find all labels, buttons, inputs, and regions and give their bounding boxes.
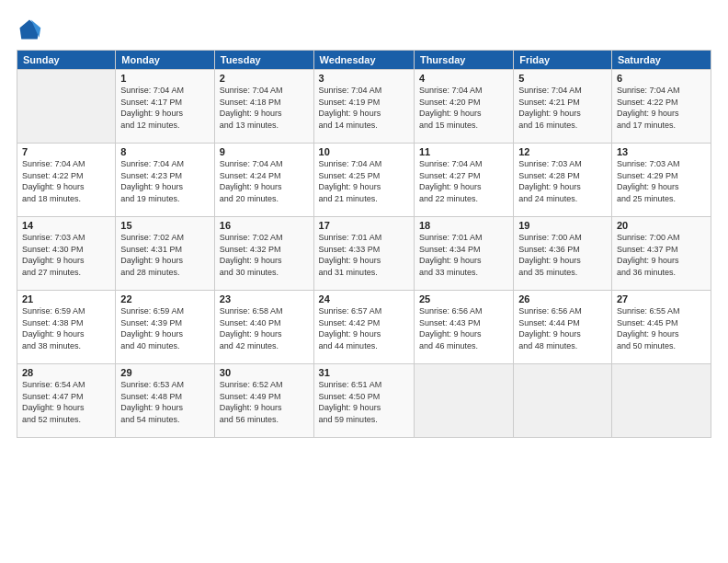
calendar-cell: 29Sunrise: 6:53 AMSunset: 4:48 PMDayligh… [116, 364, 215, 438]
calendar-cell: 23Sunrise: 6:58 AMSunset: 4:40 PMDayligh… [214, 291, 313, 364]
week-row-0: 1Sunrise: 7:04 AMSunset: 4:17 PMDaylight… [17, 70, 711, 144]
day-info: Sunrise: 7:04 AMSunset: 4:22 PMDaylight:… [617, 85, 706, 131]
calendar-cell: 30Sunrise: 6:52 AMSunset: 4:49 PMDayligh… [214, 364, 313, 438]
calendar-cell [414, 364, 513, 438]
day-info: Sunrise: 6:59 AMSunset: 4:39 PMDaylight:… [120, 305, 210, 351]
page: SundayMondayTuesdayWednesdayThursdayFrid… [0, 0, 728, 563]
day-number: 20 [617, 220, 706, 231]
day-number: 1 [120, 73, 210, 84]
calendar-cell: 28Sunrise: 6:54 AMSunset: 4:47 PMDayligh… [17, 364, 116, 438]
header [17, 17, 711, 42]
calendar-cell: 31Sunrise: 6:51 AMSunset: 4:50 PMDayligh… [313, 364, 414, 438]
week-row-2: 14Sunrise: 7:03 AMSunset: 4:30 PMDayligh… [17, 217, 711, 291]
day-info: Sunrise: 7:03 AMSunset: 4:29 PMDaylight:… [617, 158, 706, 204]
day-number: 19 [518, 220, 607, 231]
day-number: 27 [617, 293, 706, 304]
calendar-cell: 1Sunrise: 7:04 AMSunset: 4:17 PMDaylight… [116, 70, 215, 144]
day-number: 21 [22, 293, 110, 304]
logo-icon [17, 17, 42, 42]
calendar-cell: 12Sunrise: 7:03 AMSunset: 4:28 PMDayligh… [514, 144, 612, 217]
day-number: 25 [419, 293, 508, 304]
day-number: 29 [120, 367, 210, 378]
day-info: Sunrise: 6:56 AMSunset: 4:44 PMDaylight:… [518, 305, 607, 351]
day-info: Sunrise: 6:58 AMSunset: 4:40 PMDaylight:… [220, 305, 309, 351]
day-info: Sunrise: 6:56 AMSunset: 4:43 PMDaylight:… [419, 305, 508, 351]
calendar-cell [514, 364, 612, 438]
day-number: 16 [220, 220, 309, 231]
calendar-cell: 16Sunrise: 7:02 AMSunset: 4:32 PMDayligh… [214, 217, 313, 291]
day-info: Sunrise: 7:04 AMSunset: 4:24 PMDaylight:… [220, 158, 309, 204]
day-number: 30 [220, 367, 309, 378]
day-info: Sunrise: 6:55 AMSunset: 4:45 PMDaylight:… [617, 305, 706, 351]
calendar-cell: 27Sunrise: 6:55 AMSunset: 4:45 PMDayligh… [611, 291, 711, 364]
day-number: 7 [22, 146, 110, 157]
calendar-cell: 2Sunrise: 7:04 AMSunset: 4:18 PMDaylight… [214, 70, 313, 144]
calendar-cell [611, 364, 711, 438]
day-number: 3 [319, 73, 409, 84]
calendar-cell: 14Sunrise: 7:03 AMSunset: 4:30 PMDayligh… [17, 217, 116, 291]
day-info: Sunrise: 7:02 AMSunset: 4:31 PMDaylight:… [120, 232, 210, 278]
day-number: 14 [22, 220, 110, 231]
day-header-sunday: Sunday [17, 51, 116, 70]
day-number: 8 [120, 146, 210, 157]
day-info: Sunrise: 7:04 AMSunset: 4:17 PMDaylight:… [120, 85, 210, 131]
calendar-table: SundayMondayTuesdayWednesdayThursdayFrid… [17, 50, 711, 438]
day-header-tuesday: Tuesday [214, 51, 313, 70]
day-info: Sunrise: 7:00 AMSunset: 4:37 PMDaylight:… [617, 232, 706, 278]
day-info: Sunrise: 7:04 AMSunset: 4:19 PMDaylight:… [319, 85, 409, 131]
day-info: Sunrise: 7:03 AMSunset: 4:28 PMDaylight:… [518, 158, 607, 204]
calendar-cell: 13Sunrise: 7:03 AMSunset: 4:29 PMDayligh… [611, 144, 711, 217]
calendar-cell: 15Sunrise: 7:02 AMSunset: 4:31 PMDayligh… [116, 217, 215, 291]
calendar-cell: 9Sunrise: 7:04 AMSunset: 4:24 PMDaylight… [214, 144, 313, 217]
day-header-monday: Monday [116, 51, 215, 70]
week-row-4: 28Sunrise: 6:54 AMSunset: 4:47 PMDayligh… [17, 364, 711, 438]
day-info: Sunrise: 6:53 AMSunset: 4:48 PMDaylight:… [120, 379, 210, 425]
day-info: Sunrise: 7:04 AMSunset: 4:23 PMDaylight:… [120, 158, 210, 204]
day-number: 23 [220, 293, 309, 304]
day-number: 10 [319, 146, 409, 157]
day-header-saturday: Saturday [611, 51, 711, 70]
day-info: Sunrise: 6:57 AMSunset: 4:42 PMDaylight:… [319, 305, 409, 351]
day-header-thursday: Thursday [414, 51, 513, 70]
calendar-cell: 10Sunrise: 7:04 AMSunset: 4:25 PMDayligh… [313, 144, 414, 217]
day-number: 31 [319, 367, 409, 378]
calendar-cell [17, 70, 116, 144]
day-number: 4 [419, 73, 508, 84]
logo [17, 17, 46, 42]
calendar-cell: 25Sunrise: 6:56 AMSunset: 4:43 PMDayligh… [414, 291, 513, 364]
calendar-cell: 26Sunrise: 6:56 AMSunset: 4:44 PMDayligh… [514, 291, 612, 364]
week-row-1: 7Sunrise: 7:04 AMSunset: 4:22 PMDaylight… [17, 144, 711, 217]
day-number: 15 [120, 220, 210, 231]
calendar-header: SundayMondayTuesdayWednesdayThursdayFrid… [17, 51, 711, 70]
day-info: Sunrise: 7:04 AMSunset: 4:27 PMDaylight:… [419, 158, 508, 204]
day-info: Sunrise: 6:51 AMSunset: 4:50 PMDaylight:… [319, 379, 409, 425]
day-info: Sunrise: 7:04 AMSunset: 4:21 PMDaylight:… [518, 85, 607, 131]
calendar-cell: 4Sunrise: 7:04 AMSunset: 4:20 PMDaylight… [414, 70, 513, 144]
days-header-row: SundayMondayTuesdayWednesdayThursdayFrid… [17, 51, 711, 70]
day-number: 26 [518, 293, 607, 304]
day-number: 11 [419, 146, 508, 157]
day-number: 24 [319, 293, 409, 304]
calendar-cell: 6Sunrise: 7:04 AMSunset: 4:22 PMDaylight… [611, 70, 711, 144]
day-info: Sunrise: 6:54 AMSunset: 4:47 PMDaylight:… [22, 379, 110, 425]
calendar-cell: 8Sunrise: 7:04 AMSunset: 4:23 PMDaylight… [116, 144, 215, 217]
day-info: Sunrise: 7:04 AMSunset: 4:22 PMDaylight:… [22, 158, 110, 204]
day-info: Sunrise: 7:00 AMSunset: 4:36 PMDaylight:… [518, 232, 607, 278]
day-info: Sunrise: 7:03 AMSunset: 4:30 PMDaylight:… [22, 232, 110, 278]
calendar-cell: 3Sunrise: 7:04 AMSunset: 4:19 PMDaylight… [313, 70, 414, 144]
day-number: 22 [120, 293, 210, 304]
day-header-friday: Friday [514, 51, 612, 70]
week-row-3: 21Sunrise: 6:59 AMSunset: 4:38 PMDayligh… [17, 291, 711, 364]
calendar-cell: 20Sunrise: 7:00 AMSunset: 4:37 PMDayligh… [611, 217, 711, 291]
day-number: 13 [617, 146, 706, 157]
day-info: Sunrise: 6:52 AMSunset: 4:49 PMDaylight:… [220, 379, 309, 425]
day-number: 2 [220, 73, 309, 84]
calendar-cell: 21Sunrise: 6:59 AMSunset: 4:38 PMDayligh… [17, 291, 116, 364]
calendar-cell: 11Sunrise: 7:04 AMSunset: 4:27 PMDayligh… [414, 144, 513, 217]
day-number: 12 [518, 146, 607, 157]
day-number: 18 [419, 220, 508, 231]
calendar-cell: 18Sunrise: 7:01 AMSunset: 4:34 PMDayligh… [414, 217, 513, 291]
calendar-cell: 5Sunrise: 7:04 AMSunset: 4:21 PMDaylight… [514, 70, 612, 144]
day-info: Sunrise: 7:01 AMSunset: 4:33 PMDaylight:… [319, 232, 409, 278]
day-info: Sunrise: 7:04 AMSunset: 4:25 PMDaylight:… [319, 158, 409, 204]
